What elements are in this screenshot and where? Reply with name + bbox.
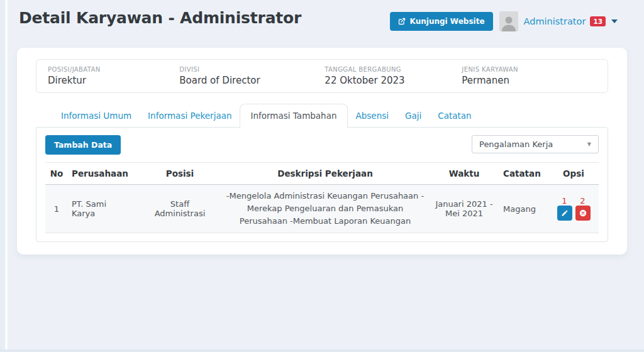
field-value: Permanen — [462, 75, 596, 86]
pengalaman-kerja-table: No Perusahaan Posisi Deskripsi Pekerjaan… — [45, 162, 599, 233]
col-header-opsi: Opsi — [548, 163, 599, 185]
field-jenis-karyawan: JENIS KARYAWAN Permanen — [462, 66, 596, 86]
col-header-no: No — [45, 163, 68, 185]
field-value: Board of Director — [179, 75, 325, 86]
table-header-row: No Perusahaan Posisi Deskripsi Pekerjaan… — [45, 163, 599, 185]
col-header-catatan: Catatan — [499, 163, 548, 185]
field-divisi: DIVISI Board of Director — [179, 66, 325, 86]
pencil-icon — [561, 209, 569, 217]
col-header-posisi: Posisi — [138, 163, 221, 185]
cell-catatan: Magang — [499, 185, 548, 233]
tab-informasi-tambahan[interactable]: Informasi Tambahan — [240, 104, 347, 128]
employee-summary: POSISI/JABATAN Direktur DIVISI Board of … — [36, 59, 608, 93]
cell-posisi: Staff Administrasi — [138, 185, 221, 233]
avatar[interactable] — [499, 11, 518, 31]
tab-informasi-pekerjaan[interactable]: Informasi Pekerjaan — [140, 104, 240, 128]
col-header-perusahaan: Perusahaan — [68, 163, 138, 185]
tab-catatan[interactable]: Catatan — [430, 104, 479, 128]
field-label: JENIS KARYAWAN — [462, 66, 596, 73]
notification-badge: 13 — [590, 16, 606, 27]
field-label: DIVISI — [179, 66, 325, 73]
field-tanggal-bergabung: TANGGAL BERGABUNG 22 Oktober 2023 — [325, 66, 462, 86]
caret-down-icon[interactable] — [611, 19, 618, 23]
tab-informasi-umum[interactable]: Informasi Umum — [53, 104, 140, 128]
circle-x-icon — [579, 209, 587, 217]
user-menu-label[interactable]: Administrator — [524, 16, 586, 26]
sidebar-edge — [0, 0, 5, 352]
cell-waktu: Januari 2021 - Mei 2021 — [429, 185, 499, 233]
cell-perusahaan: PT. Sami Karya — [68, 185, 138, 233]
field-value: 22 Oktober 2023 — [325, 75, 462, 86]
annotation-2: 2 — [580, 197, 585, 206]
edit-action: 1 — [557, 197, 572, 221]
delete-button[interactable] — [575, 206, 591, 221]
tambah-data-button[interactable]: Tambah Data — [45, 135, 121, 155]
cell-deskripsi: -Mengelola Administrasi Keuangan Perusah… — [221, 185, 429, 233]
col-header-deskripsi: Deskripsi Pekerjaan — [221, 163, 429, 185]
table-toolbar: Tambah Data Pengalaman Kerja ▼ — [45, 135, 599, 155]
visit-website-button[interactable]: Kunjungi Website — [390, 12, 493, 31]
field-value: Direktur — [48, 75, 179, 86]
delete-action: 2 — [575, 197, 591, 221]
field-label: TANGGAL BERGABUNG — [325, 66, 462, 73]
external-link-icon — [398, 18, 406, 25]
category-select-value: Pengalaman Kerja — [479, 140, 553, 149]
tab-absensi[interactable]: Absensi — [348, 104, 397, 128]
cell-no: 1 — [45, 185, 68, 233]
header-actions: Kunjungi Website Administrator 13 — [390, 11, 618, 31]
user-icon — [501, 14, 517, 31]
employee-detail-card: POSISI/JABATAN Direktur DIVISI Board of … — [17, 48, 627, 255]
detail-tabs: Informasi Umum Informasi Pekerjaan Infor… — [53, 104, 480, 128]
col-header-waktu: Waktu — [429, 163, 499, 185]
edit-button[interactable] — [557, 206, 572, 221]
category-select[interactable]: Pengalaman Kerja ▼ — [472, 135, 599, 153]
table-row: 1 PT. Sami Karya Staff Administrasi -Men… — [45, 185, 599, 233]
cell-opsi: 1 — [548, 185, 599, 233]
page: Detail Karyawan - Administrator Kunjungi… — [0, 0, 644, 352]
sidebar-divider — [5, 0, 8, 352]
window-bottom-edge — [0, 349, 644, 352]
tab-gaji[interactable]: Gaji — [397, 104, 430, 128]
select-caret-icon: ▼ — [587, 141, 591, 147]
annotation-1: 1 — [562, 197, 567, 206]
page-title: Detail Karyawan - Administrator — [19, 9, 301, 27]
field-label: POSISI/JABATAN — [48, 66, 179, 73]
visit-website-label: Kunjungi Website — [410, 17, 485, 26]
tab-panel-informasi-tambahan: Tambah Data Pengalaman Kerja ▼ No Perusa… — [36, 127, 608, 242]
field-posisi-jabatan: POSISI/JABATAN Direktur — [48, 66, 179, 86]
